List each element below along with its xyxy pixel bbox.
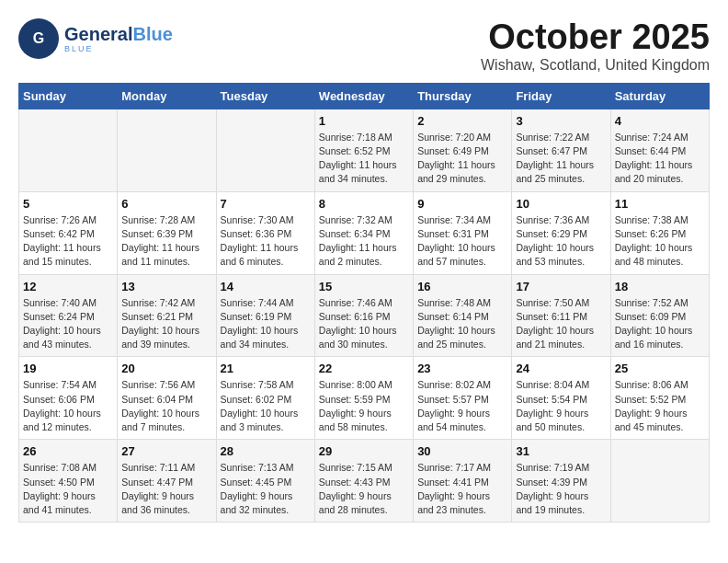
day-number: 3: [516, 114, 606, 128]
day-number: 23: [417, 362, 507, 375]
calendar-cell: 17Sunrise: 7:50 AMSunset: 6:11 PMDayligh…: [512, 274, 610, 357]
day-info: Sunrise: 7:38 AMSunset: 6:26 PMDaylight:…: [615, 213, 705, 270]
calendar-cell: 14Sunrise: 7:44 AMSunset: 6:19 PMDayligh…: [216, 274, 314, 357]
calendar-cell: 11Sunrise: 7:38 AMSunset: 6:26 PMDayligh…: [610, 191, 709, 274]
day-info: Sunrise: 7:46 AMSunset: 6:16 PMDaylight:…: [319, 296, 409, 352]
day-number: 29: [319, 444, 409, 458]
calendar-cell: 5Sunrise: 7:26 AMSunset: 6:42 PMDaylight…: [19, 191, 118, 274]
day-number: 15: [319, 280, 409, 293]
calendar-cell: [19, 109, 118, 191]
day-number: 22: [319, 362, 409, 375]
logo-blue: Blue: [132, 24, 172, 44]
day-info: Sunrise: 7:44 AMSunset: 6:19 PMDaylight:…: [221, 296, 311, 352]
weekday-header-monday: Monday: [118, 83, 216, 109]
calendar-cell: 4Sunrise: 7:24 AMSunset: 6:44 PMDaylight…: [610, 109, 709, 191]
calendar-week-row: 1Sunrise: 7:18 AMSunset: 6:52 PMDaylight…: [19, 109, 710, 191]
day-info: Sunrise: 7:13 AMSunset: 4:45 PMDaylight:…: [221, 461, 311, 517]
day-number: 20: [121, 362, 211, 375]
day-number: 11: [615, 197, 705, 211]
day-info: Sunrise: 7:34 AMSunset: 6:31 PMDaylight:…: [417, 213, 507, 270]
day-number: 26: [23, 444, 113, 458]
day-number: 1: [319, 114, 409, 128]
day-number: 7: [221, 197, 311, 211]
day-number: 18: [615, 280, 705, 293]
day-info: Sunrise: 7:22 AMSunset: 6:47 PMDaylight:…: [516, 131, 606, 187]
day-info: Sunrise: 7:54 AMSunset: 6:06 PMDaylight:…: [23, 378, 113, 434]
weekday-header-wednesday: Wednesday: [314, 83, 413, 109]
weekday-header-tuesday: Tuesday: [216, 83, 314, 109]
calendar-week-row: 12Sunrise: 7:40 AMSunset: 6:24 PMDayligh…: [19, 274, 710, 357]
calendar-cell: 6Sunrise: 7:28 AMSunset: 6:39 PMDaylight…: [118, 191, 216, 274]
calendar-cell: [118, 109, 216, 191]
day-number: 21: [221, 362, 311, 375]
day-number: 14: [221, 280, 311, 293]
day-number: 28: [221, 444, 311, 458]
day-number: 25: [615, 362, 705, 375]
day-number: 31: [516, 444, 606, 458]
calendar-cell: 12Sunrise: 7:40 AMSunset: 6:24 PMDayligh…: [19, 274, 118, 357]
weekday-header-sunday: Sunday: [19, 83, 118, 109]
day-info: Sunrise: 7:48 AMSunset: 6:14 PMDaylight:…: [417, 296, 507, 352]
day-info: Sunrise: 7:28 AMSunset: 6:39 PMDaylight:…: [121, 213, 211, 270]
day-info: Sunrise: 7:50 AMSunset: 6:11 PMDaylight:…: [516, 296, 606, 352]
day-number: 24: [516, 362, 606, 375]
day-number: 8: [319, 197, 409, 211]
logo-tagline: BLUE: [64, 44, 173, 53]
logo-general: General: [64, 24, 132, 44]
day-number: 13: [121, 280, 211, 293]
calendar-cell: 31Sunrise: 7:19 AMSunset: 4:39 PMDayligh…: [512, 440, 610, 523]
calendar-week-row: 19Sunrise: 7:54 AMSunset: 6:06 PMDayligh…: [19, 357, 710, 440]
calendar-cell: 3Sunrise: 7:22 AMSunset: 6:47 PMDaylight…: [512, 109, 610, 191]
day-number: 6: [121, 197, 211, 211]
day-info: Sunrise: 7:24 AMSunset: 6:44 PMDaylight:…: [615, 131, 705, 187]
calendar-cell: 18Sunrise: 7:52 AMSunset: 6:09 PMDayligh…: [610, 274, 709, 357]
calendar-cell: 8Sunrise: 7:32 AMSunset: 6:34 PMDaylight…: [314, 191, 413, 274]
calendar-cell: 20Sunrise: 7:56 AMSunset: 6:04 PMDayligh…: [118, 357, 216, 440]
calendar-cell: 24Sunrise: 8:04 AMSunset: 5:54 PMDayligh…: [512, 357, 610, 440]
day-number: 12: [23, 280, 113, 293]
day-number: 17: [516, 280, 606, 293]
page-header: G GeneralBlue BLUE October 2025 Wishaw, …: [18, 18, 710, 74]
day-number: 5: [23, 197, 113, 211]
day-info: Sunrise: 7:32 AMSunset: 6:34 PMDaylight:…: [319, 213, 409, 270]
day-number: 10: [516, 197, 606, 211]
calendar-cell: 27Sunrise: 7:11 AMSunset: 4:47 PMDayligh…: [118, 440, 216, 523]
calendar-cell: 10Sunrise: 7:36 AMSunset: 6:29 PMDayligh…: [512, 191, 610, 274]
calendar-cell: 30Sunrise: 7:17 AMSunset: 4:41 PMDayligh…: [414, 440, 512, 523]
day-info: Sunrise: 7:19 AMSunset: 4:39 PMDaylight:…: [516, 461, 606, 517]
calendar-week-row: 5Sunrise: 7:26 AMSunset: 6:42 PMDaylight…: [19, 191, 710, 274]
day-number: 16: [417, 280, 507, 293]
location: Wishaw, Scotland, United Kingdom: [481, 57, 710, 74]
day-info: Sunrise: 7:56 AMSunset: 6:04 PMDaylight:…: [121, 378, 211, 434]
day-number: 19: [23, 362, 113, 375]
calendar-table: SundayMondayTuesdayWednesdayThursdayFrid…: [18, 83, 710, 523]
calendar-week-row: 26Sunrise: 7:08 AMSunset: 4:50 PMDayligh…: [19, 440, 710, 523]
calendar-cell: 25Sunrise: 8:06 AMSunset: 5:52 PMDayligh…: [610, 357, 709, 440]
weekday-header-friday: Friday: [512, 83, 610, 109]
calendar-cell: 9Sunrise: 7:34 AMSunset: 6:31 PMDaylight…: [414, 191, 512, 274]
weekday-header-saturday: Saturday: [610, 83, 709, 109]
day-number: 27: [121, 444, 211, 458]
calendar-cell: 16Sunrise: 7:48 AMSunset: 6:14 PMDayligh…: [414, 274, 512, 357]
weekday-header-row: SundayMondayTuesdayWednesdayThursdayFrid…: [19, 83, 710, 109]
day-info: Sunrise: 7:15 AMSunset: 4:43 PMDaylight:…: [319, 461, 409, 517]
calendar-cell: 15Sunrise: 7:46 AMSunset: 6:16 PMDayligh…: [314, 274, 413, 357]
day-number: 2: [417, 114, 507, 128]
calendar-cell: 26Sunrise: 7:08 AMSunset: 4:50 PMDayligh…: [19, 440, 118, 523]
day-info: Sunrise: 7:52 AMSunset: 6:09 PMDaylight:…: [615, 296, 705, 352]
calendar-cell: 28Sunrise: 7:13 AMSunset: 4:45 PMDayligh…: [216, 440, 314, 523]
title-block: October 2025 Wishaw, Scotland, United Ki…: [481, 18, 710, 74]
weekday-header-thursday: Thursday: [414, 83, 512, 109]
day-info: Sunrise: 8:02 AMSunset: 5:57 PMDaylight:…: [417, 378, 507, 434]
day-info: Sunrise: 7:26 AMSunset: 6:42 PMDaylight:…: [23, 213, 113, 270]
calendar-cell: [216, 109, 314, 191]
day-info: Sunrise: 7:17 AMSunset: 4:41 PMDaylight:…: [417, 461, 507, 517]
calendar-cell: 19Sunrise: 7:54 AMSunset: 6:06 PMDayligh…: [19, 357, 118, 440]
day-number: 9: [417, 197, 507, 211]
day-info: Sunrise: 7:11 AMSunset: 4:47 PMDaylight:…: [121, 461, 211, 517]
calendar-cell: 2Sunrise: 7:20 AMSunset: 6:49 PMDaylight…: [414, 109, 512, 191]
day-info: Sunrise: 8:04 AMSunset: 5:54 PMDaylight:…: [516, 378, 606, 434]
calendar-cell: 23Sunrise: 8:02 AMSunset: 5:57 PMDayligh…: [414, 357, 512, 440]
day-info: Sunrise: 7:42 AMSunset: 6:21 PMDaylight:…: [121, 296, 211, 352]
calendar-cell: 1Sunrise: 7:18 AMSunset: 6:52 PMDaylight…: [314, 109, 413, 191]
